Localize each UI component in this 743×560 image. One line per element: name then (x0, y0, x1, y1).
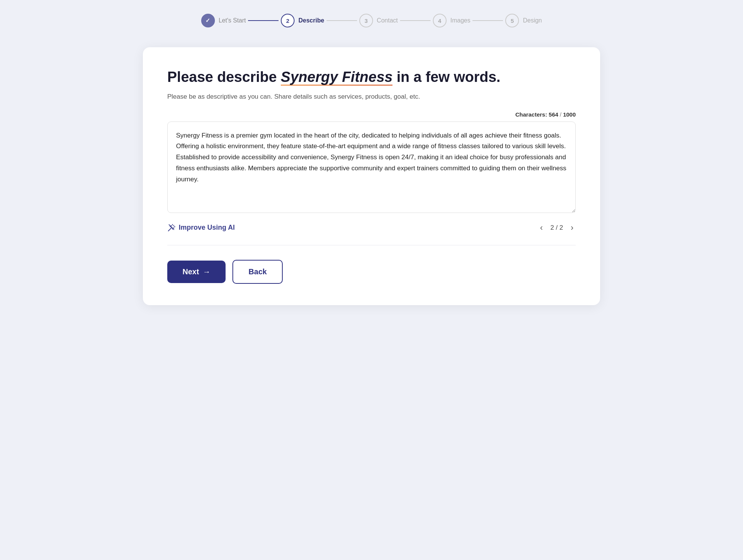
title-before: Please describe (167, 69, 281, 85)
buttons-row: Next → Back (167, 260, 576, 284)
step-circle-contact: 3 (359, 14, 373, 27)
card-title: Please describe Synergy Fitness in a few… (167, 69, 576, 86)
pagination-total: 2 (559, 224, 563, 231)
step-design[interactable]: 5 Design (505, 14, 542, 27)
description-textarea[interactable]: Synergy Fitness is a premier gym located… (167, 122, 576, 213)
pagination: ‹ 2 / 2 › (538, 222, 576, 234)
improve-ai-button[interactable]: Improve Using AI (167, 224, 235, 232)
char-current: 564 (549, 111, 558, 118)
step-connector-3 (400, 20, 431, 21)
char-max: 1000 (563, 111, 576, 118)
stepper: ✓ Let's Start 2 Describe 3 Contact 4 Ima… (0, 0, 743, 40)
step-circle-lets-start: ✓ (201, 14, 215, 27)
pagination-info: 2 / 2 (551, 224, 563, 232)
step-label-lets-start: Let's Start (219, 17, 246, 24)
step-label-describe: Describe (298, 17, 324, 24)
step-circle-images: 4 (433, 14, 447, 27)
card-subtitle: Please be as descriptive as you can. Sha… (167, 93, 576, 101)
ai-wand-icon (167, 224, 176, 232)
next-arrow-icon: → (203, 267, 210, 276)
title-brand: Synergy Fitness (281, 69, 393, 87)
step-label-contact: Contact (377, 17, 398, 24)
step-lets-start[interactable]: ✓ Let's Start (201, 14, 246, 27)
step-circle-design: 5 (505, 14, 519, 27)
action-row: Improve Using AI ‹ 2 / 2 › (167, 222, 576, 245)
back-button-label: Back (248, 267, 267, 276)
char-count: Characters: 564 / 1000 (167, 111, 576, 118)
improve-ai-label: Improve Using AI (179, 224, 235, 232)
title-after: in a few words. (392, 69, 500, 85)
pagination-prev-button[interactable]: ‹ (538, 222, 545, 234)
next-button[interactable]: Next → (167, 261, 226, 283)
pagination-next-button[interactable]: › (568, 222, 576, 234)
step-contact[interactable]: 3 Contact (359, 14, 398, 27)
step-describe[interactable]: 2 Describe (281, 14, 324, 27)
char-label: Characters: (516, 111, 547, 118)
step-connector-4 (472, 20, 503, 21)
step-label-images: Images (450, 17, 470, 24)
step-connector-1 (248, 20, 279, 21)
step-label-design: Design (523, 17, 542, 24)
step-circle-describe: 2 (281, 14, 295, 27)
pagination-current: 2 (551, 224, 554, 231)
next-button-label: Next (183, 267, 199, 276)
step-images[interactable]: 4 Images (433, 14, 470, 27)
back-button[interactable]: Back (232, 260, 283, 284)
step-connector-2 (327, 20, 357, 21)
main-card: Please describe Synergy Fitness in a few… (143, 47, 600, 305)
